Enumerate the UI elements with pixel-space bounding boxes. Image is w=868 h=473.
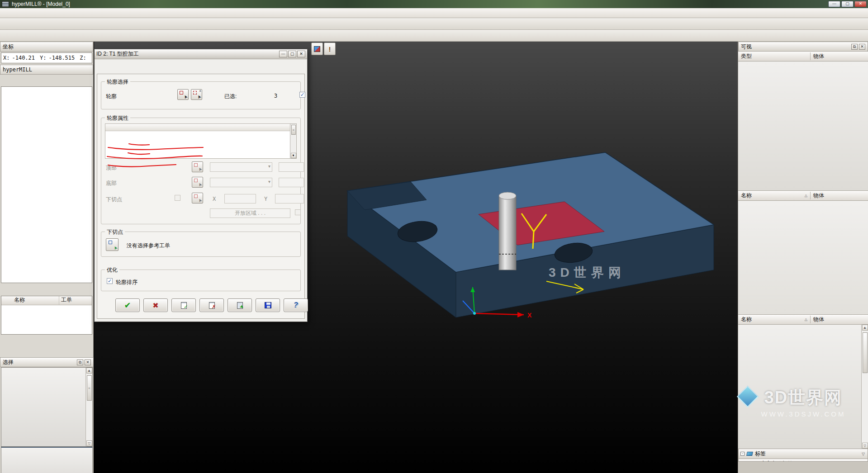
scroll-up-icon[interactable]: ▲ bbox=[862, 325, 868, 331]
selected-count: 3 bbox=[274, 93, 277, 99]
float-panel-icon[interactable]: ⧉ bbox=[851, 44, 858, 50]
close-button[interactable]: ✕ bbox=[854, 1, 867, 7]
compare-view-button[interactable] bbox=[311, 43, 323, 55]
coord-z-label: Z: bbox=[80, 55, 86, 61]
contour-pick-button[interactable]: ➤ bbox=[177, 89, 189, 100]
coord-y-label: Y: bbox=[40, 55, 46, 61]
ref-job-button[interactable]: ➤ bbox=[106, 238, 119, 251]
cancel-button[interactable]: ✖ bbox=[143, 298, 168, 312]
top-pick-button[interactable]: ➤ bbox=[192, 161, 203, 172]
job-list-header: 名称 工单 bbox=[1, 296, 92, 305]
hypermill-app: { "window": {"title": "hyperMILL® - [Mod… bbox=[0, 0, 868, 473]
scroll-down-icon[interactable]: ▽ bbox=[862, 443, 868, 449]
visibility-columns: 类型 物体 bbox=[738, 52, 868, 61]
scroll-thumb[interactable]: ≡ bbox=[87, 375, 92, 401]
job-tree bbox=[1, 86, 92, 283]
right-panel: 可视 ⧉ ✕ 类型 物体 名称△ 物体 名称△ 物体 ▲ ▽ - 标签 ▽ 用户… bbox=[738, 42, 868, 473]
materials-scrollbar[interactable]: ▲ ▽ bbox=[861, 325, 868, 449]
selection-panel-header: 选择 ⧉ ✕ bbox=[0, 357, 94, 367]
plunge-pick-button[interactable]: ➤ bbox=[192, 193, 203, 203]
scroll-thumb[interactable] bbox=[863, 332, 868, 373]
close-panel-icon[interactable]: ✕ bbox=[85, 359, 91, 365]
x-field[interactable] bbox=[224, 194, 256, 203]
dialog-minimize-icon[interactable]: — bbox=[279, 51, 287, 57]
dialog-tabs bbox=[97, 62, 305, 74]
discard-button[interactable]: ✗ bbox=[199, 298, 224, 312]
toolbar-row-1 bbox=[0, 18, 868, 30]
job-list-col-job: 工单 bbox=[59, 296, 72, 305]
check-icon: ✔ bbox=[124, 300, 131, 310]
top-value-field[interactable] bbox=[279, 162, 304, 172]
viewport-watermark: 3D世界网 bbox=[549, 264, 626, 281]
selection-checkbox[interactable] bbox=[299, 92, 305, 98]
col-name: 名称 bbox=[741, 316, 752, 323]
menu-bar bbox=[0, 8, 868, 18]
open-area-button[interactable]: 开放区域 . . . bbox=[210, 208, 290, 218]
job-dialog: ID 2: T1 型腔加工 — ▢ ✕ 轮廓选择 轮廓 ➤ ➤ 已选: 3 轮廓… bbox=[94, 49, 308, 322]
dialog-title-bar[interactable]: ID 2: T1 型腔加工 — ▢ ✕ bbox=[95, 49, 307, 59]
col-objects: 物体 bbox=[811, 192, 824, 199]
coord-x-label: X: bbox=[3, 55, 9, 61]
plunge-checkbox[interactable] bbox=[175, 195, 180, 201]
ok-button[interactable]: ✔ bbox=[115, 298, 140, 312]
minimize-button[interactable]: — bbox=[828, 1, 840, 7]
bottom-label: 底部 bbox=[106, 180, 117, 187]
selection-scrollbar[interactable]: ▲ ≡ ▽ bbox=[85, 368, 92, 446]
tags-root-row[interactable]: - 标签 ▽ bbox=[738, 449, 868, 459]
close-panel-icon[interactable]: ✕ bbox=[859, 44, 865, 50]
contour-tab-page: 轮廓选择 轮廓 ➤ ➤ 已选: 3 轮廓属性 ≡ ▼ 顶部 ➤ bbox=[97, 74, 305, 319]
title-bar: hyperMILL® - [Model_0] — ▢ ✕ bbox=[0, 0, 868, 8]
open-area-checkbox[interactable] bbox=[295, 209, 301, 215]
top-mode-dropdown[interactable] bbox=[210, 162, 272, 172]
contour-table[interactable]: ≡ ▼ bbox=[105, 123, 297, 159]
tags-root-label: 标签 bbox=[755, 450, 766, 458]
left-panel: 坐标 X: -140.21 Y: -148.515 Z: hyperMILL 名… bbox=[0, 42, 94, 473]
hypermill-tabs bbox=[0, 75, 93, 86]
dropdown-icon[interactable]: ▽ bbox=[862, 452, 865, 456]
selection-panel-title: 选择 bbox=[3, 359, 14, 366]
cube-icon bbox=[314, 46, 320, 52]
save-button[interactable] bbox=[256, 298, 280, 312]
group-label: 轮廓属性 bbox=[105, 114, 130, 122]
help-button[interactable]: ? bbox=[284, 298, 308, 312]
scroll-up-icon[interactable]: ▲ bbox=[86, 368, 92, 374]
y-field[interactable] bbox=[275, 194, 304, 203]
coord-y-value: -148.515 bbox=[48, 55, 75, 61]
job-list-col-name: 名称 bbox=[1, 296, 59, 305]
calc-icon: ➤ bbox=[237, 302, 243, 309]
scroll-down-icon[interactable]: ▽ bbox=[86, 440, 92, 446]
coordinate-readout: X: -140.21 Y: -148.515 Z: bbox=[1, 52, 92, 63]
apply-button[interactable]: ✓ bbox=[171, 298, 196, 312]
bottom-value-field[interactable] bbox=[279, 178, 304, 187]
warning-button[interactable]: ! bbox=[324, 43, 336, 55]
table-scrollbar[interactable]: ≡ ▼ bbox=[290, 124, 296, 158]
contour-sort-checkbox[interactable] bbox=[107, 278, 113, 284]
materials-columns: 名称△ 物体 bbox=[738, 315, 868, 325]
selection-panel: 选择 ⧉ ✕ ▲ ≡ ▽ bbox=[0, 357, 94, 473]
plunge-label: 下切点 bbox=[106, 196, 122, 203]
y-label: Y bbox=[264, 196, 267, 202]
calculate-button[interactable]: ➤ bbox=[228, 298, 252, 312]
contour-label: 轮廓 bbox=[106, 93, 117, 100]
contour-pick-add-button[interactable]: ➤ bbox=[191, 89, 202, 100]
col-name: 名称 bbox=[741, 192, 752, 199]
dialog-close-icon[interactable]: ✕ bbox=[297, 51, 305, 57]
dialog-restore-icon[interactable]: ▢ bbox=[288, 51, 296, 57]
sheet-cross-icon: ✗ bbox=[209, 302, 215, 309]
coord-panel-header: 坐标 bbox=[0, 42, 93, 52]
expander-icon[interactable]: - bbox=[740, 452, 745, 456]
maximize-button[interactable]: ▢ bbox=[841, 1, 854, 7]
col-objects: 物体 bbox=[811, 52, 824, 60]
hypermill-panel-header: hyperMILL bbox=[0, 65, 93, 75]
dialog-actions: ✔ ✖ ✓ ✗ ➤ ? bbox=[115, 298, 308, 312]
exclamation-icon: ! bbox=[329, 45, 331, 53]
job-mini-toolbar bbox=[0, 283, 93, 296]
bottom-pick-button[interactable]: ➤ bbox=[192, 177, 203, 188]
contour-select-group: 轮廓选择 轮廓 ➤ ➤ 已选: 3 bbox=[101, 81, 301, 109]
float-panel-icon[interactable]: ⧉ bbox=[77, 359, 83, 365]
window-title: hyperMILL® - [Model_0] bbox=[12, 1, 70, 7]
help-icon: ? bbox=[294, 301, 298, 309]
right-bottom-tabs bbox=[738, 461, 868, 473]
bottom-mode-dropdown[interactable] bbox=[210, 178, 272, 187]
coord-panel-title: 坐标 bbox=[3, 43, 14, 51]
